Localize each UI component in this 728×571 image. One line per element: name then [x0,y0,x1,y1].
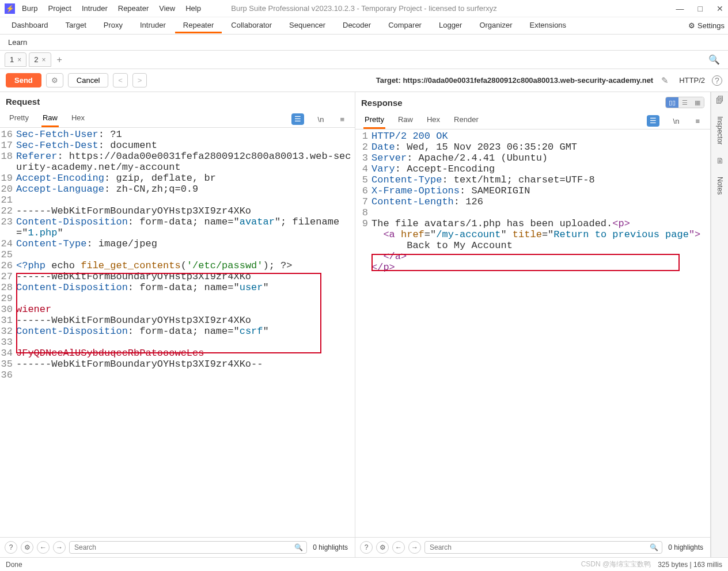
code-line[interactable]: 2Date: Wed, 15 Nov 2023 06:35:20 GMT [355,142,710,153]
inspector-label[interactable]: Inspector [716,116,724,144]
code-line[interactable]: 21 [0,195,355,205]
search-gear-icon[interactable]: ⚙ [21,541,33,554]
menu-help[interactable]: Help [185,4,201,13]
message-actions-icon[interactable]: ☰ [647,115,659,127]
response-view-tabs[interactable]: PrettyRawHexRender ☰ \n ≡ [355,111,710,130]
http-version-selector[interactable]: HTTP/2 [679,76,705,85]
search-gear-icon[interactable]: ⚙ [376,541,389,554]
response-search-input[interactable]: 🔍 [424,541,662,554]
close-icon[interactable]: × [17,56,21,64]
layout-combined-icon[interactable]: ▦ [691,97,704,108]
message-actions-icon[interactable]: ☰ [291,113,304,125]
history-forward-button[interactable]: > [132,73,147,87]
tab-logger[interactable]: Logger [431,18,470,33]
search-options-icon[interactable]: ? [5,541,17,554]
code-line[interactable]: 4Vary: Accept-Encoding [355,163,710,174]
view-tab-raw[interactable]: Raw [397,113,414,129]
code-line[interactable]: 26<?php echo file_get_contents('/etc/pas… [0,260,355,271]
search-options-icon[interactable]: ? [360,541,373,554]
code-line[interactable]: 18Referer: https://0ada00e0031fefa280091… [0,151,355,173]
tab-target[interactable]: Target [58,18,94,33]
search-next-icon[interactable]: → [53,541,66,554]
tab-repeater[interactable]: Repeater [175,18,222,33]
code-line[interactable]: 28Content-Disposition: form-data; name="… [0,282,355,293]
menu-intruder[interactable]: Intruder [82,4,108,13]
code-line[interactable]: 17Sec-Fetch-Dest: document [0,140,355,151]
maximize-icon[interactable]: □ [698,4,703,13]
tab-organizer[interactable]: Organizer [471,18,520,33]
tab-decoder[interactable]: Decoder [335,18,379,33]
response-viewer[interactable]: 1HTTP/2 200 OK2Date: Wed, 15 Nov 2023 06… [355,130,710,537]
code-line[interactable]: 1HTTP/2 200 OK [355,131,710,142]
send-button[interactable]: Send [6,73,41,87]
minimize-icon[interactable]: ― [676,4,684,13]
menu-icon[interactable]: ≡ [338,114,347,125]
code-line[interactable]: 30wiener [0,304,355,315]
tab-dashboard[interactable]: Dashboard [3,18,56,33]
gear-button[interactable]: ⚙ [46,73,63,87]
code-line[interactable]: 19Accept-Encoding: gzip, deflate, br [0,173,355,184]
inspector-sidebar[interactable]: 🗐 Inspector 🗎 Notes [711,92,728,557]
search-icon[interactable]: 🔍 [708,54,720,65]
code-line[interactable]: 27------WebKitFormBoundaryOYHstp3XI9zr4X… [0,271,355,282]
code-line[interactable]: 5Content-Type: text/html; charset=UTF-8 [355,174,710,185]
sub-tab-1[interactable]: 1× [5,52,26,67]
code-line[interactable]: 34JFyQDNceAlUSybduqccRbPatooowcLcs [0,348,355,359]
layout-toggle[interactable]: ▯▯ ☰ ▦ [665,97,704,108]
request-view-tabs[interactable]: PrettyRawHex ☰ \n ≡ [0,109,355,128]
learn-tab[interactable]: Learn [0,35,728,51]
code-line[interactable]: 3Server: Apache/2.4.41 (Ubuntu) [355,153,710,163]
tab-extensions[interactable]: Extensions [522,18,575,33]
view-tab-hex[interactable]: Hex [426,113,441,129]
code-line[interactable]: 20Accept-Language: zh-CN,zh;q=0.9 [0,184,355,195]
request-search-input[interactable]: 🔍 [69,541,307,554]
help-icon[interactable]: ? [712,75,722,86]
code-line[interactable]: 31------WebKitFormBoundaryOYHstp3XI9zr4X… [0,315,355,326]
code-line[interactable]: 9The file avatars/1.php has been uploade… [355,218,710,229]
edit-target-icon[interactable]: ✎ [661,75,669,86]
code-line[interactable]: 32Content-Disposition: form-data; name="… [0,326,355,337]
search-prev-icon[interactable]: ← [392,541,405,554]
menu-project[interactable]: Project [48,4,71,13]
code-line[interactable]: 36 [0,370,355,380]
code-line[interactable]: 8 [355,207,710,218]
code-line[interactable]: 29 [0,293,355,304]
view-tab-hex[interactable]: Hex [70,111,86,127]
tab-comparer[interactable]: Comparer [380,18,430,33]
menu-burp[interactable]: Burp [22,4,37,13]
code-line[interactable]: 16Sec-Fetch-User: ?1 [0,129,355,140]
layout-horizontal-icon[interactable]: ▯▯ [666,97,678,108]
tab-sequencer[interactable]: Sequencer [281,18,333,33]
search-next-icon[interactable]: → [408,541,421,554]
code-line[interactable]: 7Content-Length: 126 [355,196,710,207]
inspector-icon[interactable]: 🗐 [716,96,724,105]
tab-intruder[interactable]: Intruder [132,18,174,33]
settings-button[interactable]: ⚙ Settings [688,21,725,30]
tab-collaborator[interactable]: Collaborator [223,18,280,33]
close-icon[interactable]: × [41,56,46,64]
newline-icon[interactable]: \n [671,116,682,127]
menu-bar[interactable]: BurpProjectIntruderRepeaterViewHelp [22,4,201,13]
code-line[interactable]: 35------WebKitFormBoundaryOYHstp3XI9zr4X… [0,359,355,370]
tab-proxy[interactable]: Proxy [96,18,131,33]
search-prev-icon[interactable]: ← [37,541,50,554]
notes-label[interactable]: Notes [716,177,724,195]
code-line[interactable]: 23Content-Disposition: form-data; name="… [0,216,355,238]
menu-repeater[interactable]: Repeater [118,4,149,13]
code-line[interactable]: </a> [355,251,710,262]
cancel-button[interactable]: Cancel [68,73,108,87]
sub-tab-2[interactable]: 2× [29,52,51,67]
view-tab-render[interactable]: Render [453,113,480,129]
menu-view[interactable]: View [159,4,175,13]
layout-vertical-icon[interactable]: ☰ [678,97,691,108]
code-line[interactable]: </p> [355,262,710,273]
request-editor[interactable]: 16Sec-Fetch-User: ?117Sec-Fetch-Dest: do… [0,128,355,537]
code-line[interactable]: 6X-Frame-Options: SAMEORIGIN [355,185,710,196]
history-back-button[interactable]: < [113,73,128,87]
code-line[interactable]: 25 [0,249,355,260]
close-icon[interactable]: ✕ [716,4,723,13]
window-controls[interactable]: ― □ ✕ [676,4,723,13]
repeater-sub-tabs[interactable]: 1×2×+ 🔍 [0,51,728,69]
menu-icon[interactable]: ≡ [693,116,702,127]
view-tab-pretty[interactable]: Pretty [8,111,30,127]
